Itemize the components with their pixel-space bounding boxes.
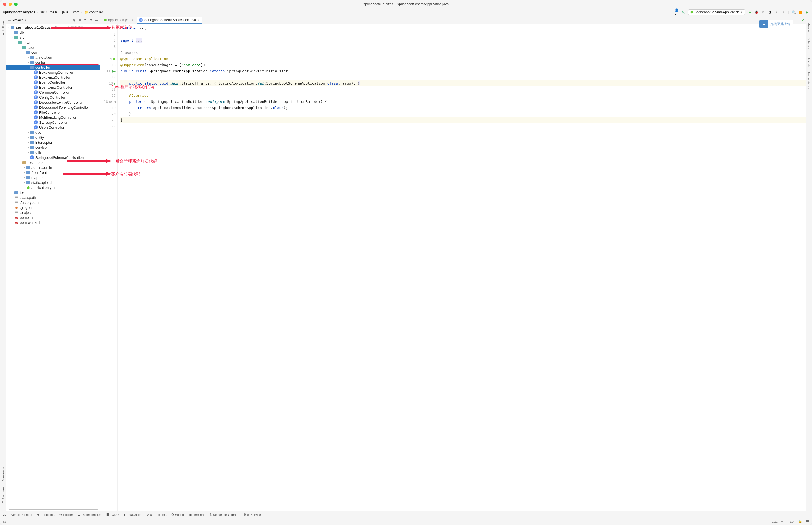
tree-row[interactable]: ›test — [6, 190, 100, 195]
search-icon[interactable]: 🔍 — [792, 10, 796, 14]
code-line[interactable] — [120, 44, 806, 50]
bottom-tool-spring[interactable]: ✿Spring — [171, 513, 184, 516]
breadcrumb-item[interactable]: src — [40, 10, 45, 14]
user-icon[interactable]: 👤▾ — [675, 10, 678, 14]
editor-tab[interactable]: ⬢application.yml× — [102, 17, 136, 24]
zoom-window-button[interactable] — [14, 2, 17, 6]
locate-icon[interactable]: ⊕ — [72, 18, 76, 22]
code-line[interactable] — [120, 31, 806, 38]
bottom-tool-ep[interactable]: ⊕Endpoints — [37, 513, 54, 516]
bottom-tool-lua[interactable]: ◐LuaCheck — [124, 513, 141, 516]
tree-row[interactable]: ›mapper — [6, 175, 100, 180]
tree-row[interactable]: ›config — [6, 60, 100, 65]
code-line[interactable]: return applicationBuilder.sources(Spring… — [120, 105, 806, 111]
coverage-icon[interactable]: ⧉ — [762, 10, 765, 14]
lock-icon[interactable]: 🔓 — [798, 520, 802, 523]
tree-row[interactable]: ›utils — [6, 150, 100, 155]
expand-icon[interactable]: ≡ — [78, 18, 82, 22]
breadcrumb-item[interactable]: main — [50, 10, 57, 14]
tree-row[interactable]: mpom-war.xml — [6, 220, 100, 225]
tool-structure[interactable]: 7: Structure — [2, 487, 5, 503]
tree-row[interactable]: ⌄src — [6, 35, 100, 40]
tree-row[interactable]: ›dao — [6, 130, 100, 135]
breadcrumb-item[interactable]: java — [62, 10, 68, 14]
analysis-ok-icon[interactable]: ✔ — [801, 18, 805, 22]
tree-row[interactable]: ⌄resources — [6, 160, 100, 165]
close-tab-icon[interactable]: × — [132, 18, 134, 22]
code-line[interactable]: @MapperScan(basePackages = {"com.dao"}) — [120, 62, 806, 68]
breadcrumb-item[interactable]: springbootc1e2yzgs — [3, 10, 35, 14]
tool-bookmarks[interactable]: Bookmarks — [2, 466, 5, 482]
code-line[interactable]: public class SpringbootSchemaApplication… — [120, 68, 806, 74]
close-window-button[interactable] — [3, 2, 6, 6]
code-line[interactable]: public static void main(String[] args) {… — [120, 80, 806, 87]
tree-row[interactable]: ›front.front — [6, 170, 100, 175]
code-line[interactable]: } — [120, 117, 806, 123]
tree-row[interactable]: CBozhuController — [6, 80, 100, 85]
project-tree[interactable]: ⌄springbootc1e2yzgs~/Downloads/博客系统_c›db… — [6, 24, 100, 511]
tree-row[interactable]: CDiscussmeirifenxiangControlle — [6, 105, 100, 110]
bottom-tool-svc[interactable]: ⚙8: Services — [243, 513, 262, 516]
stop-icon[interactable]: ■ — [781, 10, 785, 14]
status-icon[interactable]: ▢ — [3, 520, 6, 523]
run-config-select[interactable]: ⬢ SpringbootSchemaApplication ▼ — [688, 10, 745, 15]
tree-row[interactable]: CBokexinxiController — [6, 75, 100, 80]
bottom-tool-vcs[interactable]: ⎇9: Version Control — [3, 513, 32, 516]
attach-icon[interactable]: ⇣ — [775, 10, 779, 14]
inspect-icon[interactable]: ☰ — [806, 520, 809, 523]
code-line[interactable]: } — [120, 111, 806, 117]
status-eye-icon[interactable]: 👁 — [781, 520, 784, 523]
tree-row[interactable]: ⬢application.yml — [6, 185, 100, 190]
tool-notifications[interactable]: Notifications — [807, 72, 811, 89]
tree-row[interactable]: CBokeleixingController — [6, 70, 100, 75]
tree-row[interactable]: ▤.classpath — [6, 195, 100, 200]
code-line[interactable]: package com; — [120, 25, 806, 31]
debug-icon[interactable]: 🐞 — [755, 10, 758, 14]
close-tab-icon[interactable]: × — [198, 18, 199, 22]
breadcrumb-item[interactable]: com — [73, 10, 79, 14]
ide-update-icon[interactable]: ⬤ — [798, 10, 802, 14]
upload-dropzone[interactable]: ☁ 拖拽至此上传 — [760, 20, 793, 28]
back-icon[interactable]: ↖ — [681, 10, 685, 14]
code-line[interactable]: @Override — [120, 93, 806, 99]
tree-row[interactable]: CUsersController — [6, 125, 100, 130]
tree-row[interactable]: CMeirifenxiangController — [6, 115, 100, 120]
tree-row[interactable]: ⌄controller — [6, 65, 100, 70]
bottom-tool-dep[interactable]: ≣Dependencies — [78, 513, 101, 516]
tree-row[interactable]: ▤.project — [6, 210, 100, 215]
code-line[interactable] — [120, 74, 806, 80]
code-line[interactable]: 2 usages — [120, 50, 806, 56]
code-editor[interactable]: 12389⬢1011⬢▶1213▶161718◉↑ @19202122 pack… — [100, 24, 806, 511]
settings-icon[interactable]: ⚙ — [89, 18, 93, 22]
code-line[interactable]: import ... — [120, 38, 806, 44]
minimize-window-button[interactable] — [9, 2, 12, 6]
project-panel-label[interactable]: Project — [12, 18, 22, 22]
tree-row[interactable]: CConfigController — [6, 95, 100, 100]
code-line[interactable] — [120, 123, 806, 129]
tool-database[interactable]: Database — [807, 37, 811, 50]
tree-row[interactable]: ›db — [6, 30, 100, 35]
tree-row[interactable]: ▤.factorypath — [6, 200, 100, 205]
tree-row[interactable]: CFileController — [6, 110, 100, 115]
tree-row[interactable]: ›admin.admin — [6, 165, 100, 170]
tree-row[interactable]: ◆.gitignore — [6, 205, 100, 210]
tree-row[interactable]: ⌄com — [6, 50, 100, 55]
bottom-tool-todo[interactable]: ☰TODO — [106, 513, 119, 516]
tree-row[interactable]: ⌄springbootc1e2yzgs~/Downloads/博客系统_c — [6, 25, 100, 30]
tool-project[interactable]: ■1: Project — [2, 19, 5, 36]
indent-label[interactable]: Tab* — [788, 520, 795, 523]
tree-row[interactable]: ›service — [6, 145, 100, 150]
tree-row[interactable]: ›interceptor — [6, 140, 100, 145]
tool-jclasslib[interactable]: jclasslib — [807, 56, 811, 67]
tree-row[interactable]: CBozhuxinxiController — [6, 85, 100, 90]
tree-row[interactable]: ›entity — [6, 135, 100, 140]
tree-row[interactable]: ⌄java — [6, 45, 100, 50]
hide-icon[interactable]: — — [94, 18, 99, 22]
bottom-tool-term[interactable]: ▣Terminal — [189, 513, 205, 516]
code-line[interactable] — [120, 87, 806, 93]
run-icon[interactable]: ▶ — [748, 10, 752, 14]
tool-maven[interactable]: mMaven — [807, 19, 811, 32]
bottom-tool-prob[interactable]: ⊘6: Problems — [147, 513, 167, 516]
tree-row[interactable]: ⌄main — [6, 40, 100, 45]
tree-row[interactable]: ›static.upload — [6, 180, 100, 185]
